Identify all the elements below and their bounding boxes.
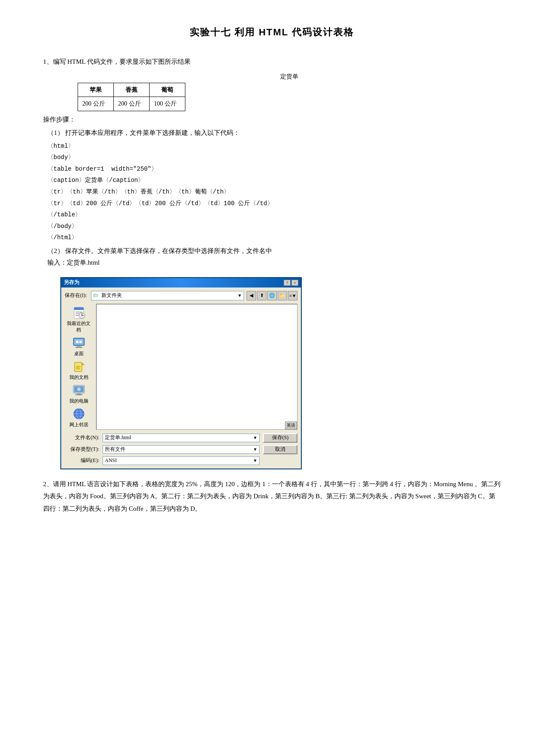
code-line-1: 〈html〉 — [47, 141, 501, 152]
cancel-button[interactable]: 取消 — [263, 445, 297, 454]
table-cell-2: 100 公斤 — [150, 97, 185, 111]
filetype-dropdown[interactable]: 所有文件 ▼ — [103, 445, 260, 454]
encoding-dropdown[interactable]: ANSI ▼ — [103, 456, 260, 465]
steps-label: 操作步骤： — [43, 114, 501, 125]
table-cell-1: 200 公斤 — [114, 97, 150, 111]
filetype-dropdown-arrow: ▼ — [253, 447, 257, 452]
code-line-7: 〈/table〉 — [47, 209, 501, 221]
code-block: 〈html〉 〈body〉 〈table border=1 width=″250… — [47, 141, 501, 244]
dialog-sidebar: 我最近的文档 — [65, 304, 93, 430]
dropdown-arrow-icon: ▼ — [238, 293, 242, 298]
table-header-2: 葡萄 — [150, 83, 185, 97]
filename-input[interactable]: 定货单.html ▼ — [103, 434, 260, 442]
new-folder-icon[interactable]: 📁 — [278, 291, 287, 300]
step2: （2） 保存文件。文件菜单下选择保存，在保存类型中选择所有文件，文件名中 输入：… — [47, 245, 501, 269]
step1-label: （1） 打开记事本应用程序，文件菜单下选择新建，输入以下代码： — [47, 129, 240, 136]
svg-rect-11 — [79, 341, 82, 343]
save-location-dropdown[interactable]: 🗁 新文件夹 ▼ — [91, 291, 244, 300]
svg-rect-16 — [76, 369, 80, 369]
table-cell-0: 200 公斤 — [78, 97, 114, 111]
table-header-row: 苹果 香蕉 葡萄 — [78, 83, 185, 97]
table-header-0: 苹果 — [78, 83, 114, 97]
code-line-4: 〈caption〉定货单〈/caption〉 — [47, 175, 501, 186]
code-line-8: 〈/body〉 — [47, 221, 501, 232]
dialog-main-area[interactable]: 英语 — [96, 304, 297, 430]
computer-icon — [72, 383, 86, 397]
toolbar-icons: ◀ ⬆ 🌐 📁 ≡▼ — [247, 291, 297, 300]
sidebar-item-recent[interactable]: 我最近的文档 — [66, 306, 92, 333]
section1: 1、编写 HTML 代码文件，要求显示如下图所示结果 定货单 苹果 香蕉 葡萄 … — [43, 56, 501, 269]
demo-table-caption: 定货单 — [78, 71, 501, 82]
section1-header: 1、编写 HTML 代码文件，要求显示如下图所示结果 — [43, 56, 501, 68]
filename-label: 文件名(N): — [65, 434, 99, 441]
section2: 2、请用 HTML 语言设计如下表格，表格的宽度为 25%，高度为 120，边框… — [43, 478, 501, 515]
table-header-1: 香蕉 — [114, 83, 150, 97]
desktop-icon — [72, 336, 86, 350]
dialog-container: 另存为 ? × 保存在(I): 🗁 新文件夹 ▼ — [60, 277, 302, 469]
encoding-value: ANSI — [105, 457, 117, 464]
dialog-fields: 文件名(N): 定货单.html ▼ 保存(S) 保存类型(T): 所有文件 ▼… — [65, 433, 297, 465]
help-icon: ? — [286, 281, 288, 285]
save-location-value: 🗁 新文件夹 — [93, 292, 122, 299]
dialog-toolbar: 保存在(I): 🗁 新文件夹 ▼ ◀ ⬆ 🌐 📁 ≡▼ — [65, 291, 297, 300]
svg-rect-7 — [74, 339, 84, 345]
back-icon[interactable]: ◀ — [247, 291, 256, 300]
sidebar-item-computer[interactable]: 我的电脑 — [66, 383, 92, 404]
code-line-6: 〈tr〉〈td〉200 公斤〈/td〉〈td〉200 公斤〈/td〉〈td〉10… — [47, 198, 501, 209]
step2-label: （2） 保存文件。文件菜单下选择保存，在保存类型中选择所有文件，文件名中 — [47, 247, 272, 254]
computer-label: 我的电脑 — [69, 398, 88, 404]
dialog-title: 另存为 — [64, 279, 79, 286]
desktop-label: 桌面 — [74, 350, 84, 357]
code-line-9: 〈/html〉 — [47, 232, 501, 244]
svg-rect-10 — [76, 341, 78, 343]
svg-rect-19 — [77, 393, 81, 394]
view-menu-icon[interactable]: ≡▼ — [288, 291, 297, 300]
network-icon — [72, 407, 86, 421]
code-line-5: 〈tr〉〈th〉苹果〈/th〉〈th〉香蕉〈/th〉〈th〉葡萄〈/th〉 — [47, 186, 501, 198]
svg-point-21 — [77, 387, 81, 391]
recent-label: 我最近的文档 — [66, 320, 92, 333]
encoding-dropdown-arrow: ▼ — [253, 458, 257, 463]
svg-rect-14 — [76, 366, 81, 367]
close-icon: × — [294, 281, 296, 285]
page-title: 实验十七 利用 HTML 代码设计表格 — [43, 26, 501, 39]
sidebar-item-network[interactable]: 网上邻居 — [66, 407, 92, 428]
filename-value: 定货单.html — [105, 434, 131, 441]
demo-table: 苹果 香蕉 葡萄 200 公斤 200 公斤 100 公斤 — [78, 83, 185, 111]
sidebar-item-desktop[interactable]: 桌面 — [66, 336, 92, 357]
encoding-label: 编码(E): — [65, 457, 99, 464]
demo-table-container: 定货单 苹果 香蕉 葡萄 200 公斤 200 公斤 100 公斤 — [78, 71, 501, 111]
code-line-3: 〈table border=1 width=″250″〉 — [47, 163, 501, 175]
svg-rect-8 — [77, 346, 81, 347]
titlebar-buttons: ? × — [284, 280, 298, 286]
eng-badge: 英语 — [285, 422, 297, 429]
help-button[interactable]: ? — [284, 280, 291, 286]
network-label: 网上邻居 — [69, 422, 88, 428]
svg-rect-12 — [75, 362, 82, 372]
save-location-label: 保存在(I): — [65, 292, 88, 299]
step1: （1） 打开记事本应用程序，文件菜单下选择新建，输入以下代码： — [47, 127, 501, 139]
dialog-content: 保存在(I): 🗁 新文件夹 ▼ ◀ ⬆ 🌐 📁 ≡▼ — [61, 287, 301, 469]
table-row: 200 公斤 200 公斤 100 公斤 — [78, 97, 185, 111]
svg-rect-1 — [74, 307, 84, 310]
documents-label: 我的文档 — [69, 374, 88, 381]
dialog-titlebar: 另存为 ? × — [61, 278, 301, 287]
recent-icon — [72, 306, 86, 319]
step2-indent: 输入：定货单.html — [47, 259, 100, 266]
close-button[interactable]: × — [291, 280, 298, 286]
search-web-icon[interactable]: 🌐 — [267, 291, 277, 300]
dialog-body: 我最近的文档 — [65, 304, 297, 430]
filetype-label: 保存类型(T): — [65, 446, 99, 453]
filetype-value: 所有文件 — [105, 446, 125, 453]
code-line-2: 〈body〉 — [47, 152, 501, 163]
svg-rect-15 — [76, 367, 80, 368]
filename-dropdown-arrow: ▼ — [253, 435, 257, 440]
sidebar-item-documents[interactable]: 我的文档 — [66, 359, 92, 381]
documents-icon — [72, 359, 86, 373]
dialog-window: 另存为 ? × 保存在(I): 🗁 新文件夹 ▼ — [60, 277, 302, 469]
svg-rect-9 — [75, 347, 82, 348]
save-button[interactable]: 保存(S) — [263, 433, 297, 443]
up-folder-icon[interactable]: ⬆ — [257, 291, 266, 300]
svg-rect-20 — [75, 394, 82, 395]
section2-text: 2、请用 HTML 语言设计如下表格，表格的宽度为 25%，高度为 120，边框… — [43, 481, 501, 512]
